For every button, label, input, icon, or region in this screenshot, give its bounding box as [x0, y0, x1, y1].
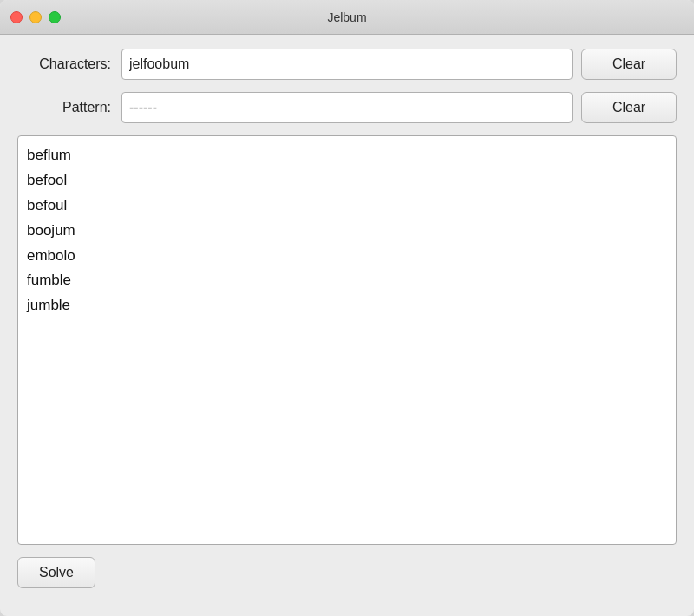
bottom-bar: Solve — [17, 557, 677, 602]
main-content: Characters: Clear Pattern: Clear beflumb… — [0, 35, 694, 616]
traffic-lights — [10, 11, 61, 23]
results-box: beflumbefoolbefoulboojumembolofumblejumb… — [17, 135, 677, 545]
list-item: befool — [27, 168, 667, 193]
pattern-row: Pattern: Clear — [17, 92, 677, 123]
list-item: embolo — [27, 244, 667, 269]
window-title: Jelbum — [327, 10, 366, 24]
characters-input[interactable] — [121, 49, 573, 80]
characters-label: Characters: — [17, 56, 121, 72]
maximize-button[interactable] — [49, 11, 61, 23]
list-item: beflum — [27, 143, 667, 168]
solve-button[interactable]: Solve — [17, 557, 95, 588]
minimize-button[interactable] — [29, 11, 42, 23]
clear-pattern-button[interactable]: Clear — [581, 92, 677, 123]
pattern-input[interactable] — [121, 92, 573, 123]
list-item: jumble — [27, 293, 667, 318]
list-item: fumble — [27, 268, 667, 293]
list-item: befoul — [27, 193, 667, 219]
close-button[interactable] — [10, 11, 23, 23]
list-item: boojum — [27, 219, 667, 244]
clear-characters-button[interactable]: Clear — [581, 49, 677, 80]
title-bar: Jelbum — [0, 0, 694, 35]
app-window: Jelbum Characters: Clear Pattern: Clear … — [0, 0, 694, 616]
characters-row: Characters: Clear — [17, 49, 677, 80]
pattern-label: Pattern: — [17, 100, 121, 115]
